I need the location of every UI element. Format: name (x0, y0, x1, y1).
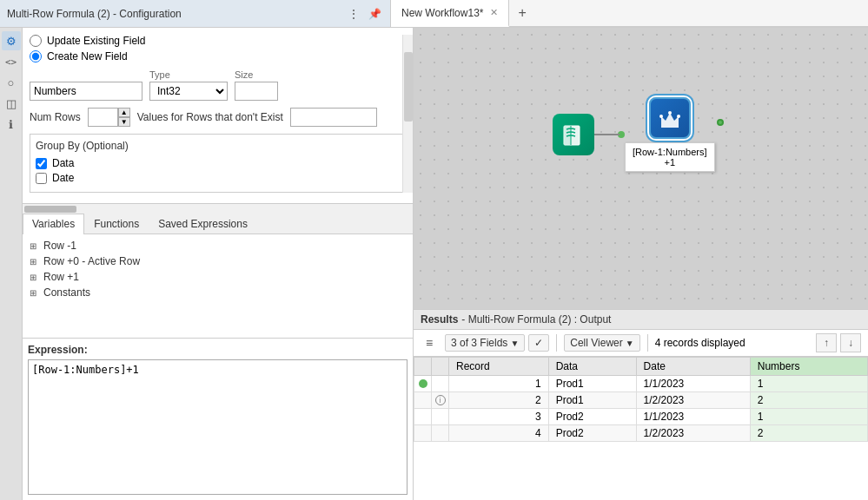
tab-saved-expressions[interactable]: Saved Expressions (149, 214, 257, 234)
th-data[interactable]: Data (548, 358, 636, 376)
table-row: 3Prod21/1/20231 (414, 409, 868, 425)
checkbox-data[interactable]: Data (36, 157, 400, 169)
panel-more-button[interactable]: ⋮ (345, 5, 362, 23)
spinner-buttons: ▲ ▼ (118, 108, 130, 127)
left-sidebar: ⚙ <> ○ ◫ ℹ (0, 28, 23, 500)
check-button[interactable]: ✓ (528, 334, 549, 352)
size-group: Size 4 (235, 69, 278, 101)
h-scroll[interactable] (23, 203, 413, 214)
cell-data: Prod1 (548, 392, 636, 409)
formula-node-icon (649, 97, 691, 139)
num-rows-input[interactable]: 1 (88, 108, 118, 127)
divider1 (556, 334, 557, 352)
node-tooltip: [Row-1:Numbers] +1 (625, 142, 715, 172)
svg-point-7 (677, 115, 680, 118)
update-existing-radio[interactable]: Update Existing Field (30, 35, 406, 47)
type-group: Type Int32 (149, 69, 228, 101)
sidebar-layers-icon[interactable]: ◫ (2, 94, 21, 113)
field-name-input[interactable] (30, 82, 142, 101)
field-type-row: Type Int32 Size 4 (30, 69, 406, 101)
values-input[interactable]: 0 or Empty (290, 108, 377, 127)
checkbox-date-label: Date (52, 172, 74, 184)
spinner-up[interactable]: ▲ (118, 108, 130, 117)
tab-workflow[interactable]: New Workflow13* ✕ (391, 0, 509, 27)
checkbox-date-input[interactable] (36, 173, 47, 184)
tab-close-icon[interactable]: ✕ (490, 7, 498, 18)
spinner-down[interactable]: ▼ (118, 117, 130, 127)
nav-up-button[interactable]: ↑ (816, 333, 837, 352)
sidebar-code-icon[interactable]: <> (2, 52, 21, 71)
fields-button[interactable]: 3 of 3 Fields ▼ (445, 334, 525, 352)
cell-record: 4 (449, 425, 549, 442)
th-record[interactable]: Record (449, 358, 549, 376)
expression-input[interactable]: [Row-1:Numbers]+1 (28, 359, 407, 495)
tree-label: Row +1 (43, 271, 79, 283)
cell-viewer-arrow: ▼ (626, 339, 634, 348)
cell-date: 1/2/2023 (636, 392, 750, 409)
table-row: 4Prod21/2/20232 (414, 425, 868, 442)
cell-viewer-button[interactable]: Cell Viewer ▼ (564, 334, 639, 352)
tree-row-plus1[interactable]: ⊞ Row +1 (26, 269, 409, 285)
results-table-wrapper[interactable]: Record Data Date Numbers 1Prod11/1/20231… (414, 357, 868, 500)
checkbox-data-input[interactable] (36, 158, 47, 169)
cell-numbers: 2 (750, 425, 867, 442)
tooltip-line2: +1 (633, 157, 707, 168)
variable-tree: ⊞ Row -1 ⊞ Row +0 - Active Row ⊞ Row +1 … (23, 234, 413, 339)
type-label: Type (149, 69, 228, 80)
expression-area: Expression: [Row-1:Numbers]+1 (23, 339, 413, 500)
cell-date: 1/1/2023 (636, 376, 750, 392)
cell-numbers: 1 (750, 409, 867, 425)
nav-down-button[interactable]: ↓ (840, 333, 861, 352)
size-input[interactable]: 4 (235, 82, 278, 101)
sidebar-globe-icon[interactable]: ○ (2, 73, 21, 92)
tree-row-minus1[interactable]: ⊞ Row -1 (26, 238, 409, 253)
svg-rect-3 (564, 126, 571, 145)
type-select[interactable]: Int32 (149, 82, 228, 101)
num-rows-spinner: 1 ▲ ▼ (88, 108, 130, 127)
tab-workflow-label: New Workflow13* (401, 7, 483, 19)
row-indicator (414, 376, 432, 392)
sidebar-info-icon[interactable]: ℹ (2, 115, 21, 134)
th-indicator (414, 358, 432, 376)
input-node[interactable] (553, 114, 594, 155)
toolbar-menu-icon[interactable]: ≡ (421, 334, 438, 352)
tooltip-line1: [Row-1:Numbers] (633, 147, 707, 157)
row-status: i (432, 392, 449, 409)
config-area: Update Existing Field Create New Field T… (23, 28, 413, 203)
results-header: Results - Multi-Row Formula (2) : Output (414, 310, 868, 330)
panel-title-bar: Multi-Row Formula (2) - Configuration ⋮ … (0, 0, 391, 27)
th-numbers[interactable]: Numbers (750, 358, 867, 376)
config-panel: Update Existing Field Create New Field T… (23, 28, 414, 500)
th-date[interactable]: Date (636, 358, 750, 376)
cell-date: 1/1/2023 (636, 409, 750, 425)
create-new-radio[interactable]: Create New Field (30, 50, 406, 62)
panel-pin-button[interactable]: 📌 (366, 5, 383, 23)
formula-node[interactable]: [Row-1:Numbers] +1 (625, 97, 715, 172)
expand-icon: ⊞ (30, 273, 40, 282)
check-icon: ✓ (534, 337, 543, 349)
h-scroll-thumb[interactable] (24, 206, 76, 213)
cell-data: Prod1 (548, 376, 636, 392)
canvas-area[interactable]: [Row-1:Numbers] +1 (414, 28, 868, 309)
row-status (432, 409, 449, 425)
tab-add-button[interactable]: + (509, 0, 534, 26)
checkbox-data-label: Data (52, 157, 74, 169)
fields-label: 3 of 3 Fields (451, 337, 507, 349)
table-header-row: Record Data Date Numbers (414, 358, 868, 376)
sidebar-settings-icon[interactable]: ⚙ (2, 31, 21, 50)
right-panel: [Row-1:Numbers] +1 Results - Multi-Row F… (414, 28, 868, 500)
cell-numbers: 2 (750, 392, 867, 409)
fields-arrow: ▼ (510, 339, 519, 348)
results-label: Results (421, 313, 458, 326)
tree-row-active[interactable]: ⊞ Row +0 - Active Row (26, 253, 409, 269)
update-existing-label: Update Existing Field (47, 35, 145, 47)
tab-functions[interactable]: Functions (84, 214, 149, 234)
row-status (432, 425, 449, 442)
cell-numbers: 1 (750, 376, 867, 392)
tab-variables[interactable]: Variables (23, 214, 84, 234)
checkbox-date[interactable]: Date (36, 172, 400, 184)
tree-constants[interactable]: ⊞ Constants (26, 285, 409, 300)
divider2 (647, 334, 648, 352)
book-icon (561, 122, 586, 147)
crown-icon (658, 106, 682, 130)
